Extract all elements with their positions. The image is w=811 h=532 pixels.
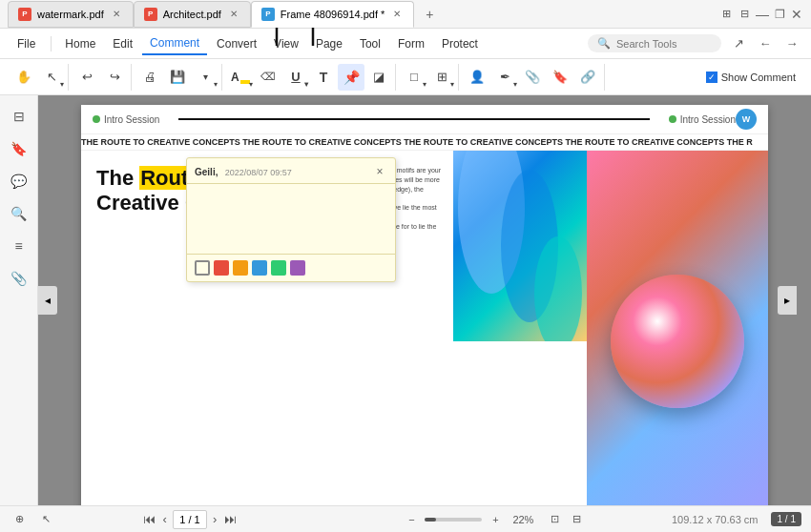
close-button[interactable]: ✕ (790, 8, 803, 21)
scrolling-banner: THE ROUTE TO CREATIVE CONCEPTS THE ROUTE… (81, 134, 768, 151)
attach-button[interactable]: 📎 (519, 64, 546, 91)
show-comment-button[interactable]: ✓ Show Comment (698, 68, 803, 87)
sign-tool-button[interactable]: ✒ (491, 64, 518, 91)
stamp-button[interactable]: ◪ (365, 64, 392, 91)
title-the: The (96, 166, 139, 190)
bookmark-button[interactable]: 🔖 (547, 64, 573, 91)
view-mode-buttons: ⊡ ⊟ (545, 510, 586, 529)
print-button[interactable]: 🖨 (136, 64, 163, 91)
sidebar-search[interactable]: 🔍 (6, 200, 32, 227)
sticky-note-button[interactable]: 📌 (338, 64, 364, 91)
text-tool-button[interactable]: T (310, 64, 337, 91)
tab-label-watermark: watermark.pdf (37, 9, 104, 20)
last-page-button[interactable]: ⏭ (222, 512, 239, 526)
fit-page-button[interactable]: ⊡ (545, 510, 564, 529)
minimize-button[interactable]: — (756, 8, 769, 21)
menu-convert[interactable]: Convert (209, 33, 264, 54)
gradient-sphere-image (587, 151, 768, 505)
prev-page-button[interactable]: ‹ (161, 512, 169, 526)
badge-dot-left (93, 115, 100, 123)
tab-architect[interactable]: P Architect.pdf ✕ (134, 1, 251, 28)
tab-close-frame[interactable]: ✕ (390, 8, 404, 21)
tab-close-watermark[interactable]: ✕ (110, 8, 123, 21)
cursor-tool-bottom[interactable]: ⊕ (10, 510, 29, 529)
pdf-viewer[interactable]: ◂ Intro Session Intro Session W THE ROUT… (38, 95, 811, 505)
scroll-left-button[interactable]: ◂ (38, 286, 57, 315)
share-button[interactable]: ↗ (727, 32, 750, 55)
scroll-right-button[interactable]: ▸ (778, 286, 797, 315)
menu-protect[interactable]: Protect (434, 33, 486, 54)
comment-close-button[interactable]: × (372, 164, 387, 179)
search-input[interactable] (616, 38, 712, 50)
menu-home[interactable]: Home (57, 33, 103, 54)
window-extra-2[interactable]: ⊟ (738, 8, 752, 20)
color-red[interactable] (214, 260, 229, 276)
page-input[interactable] (173, 510, 207, 529)
right-session-badge: Intro Session (669, 114, 736, 125)
menu-form[interactable]: Form (390, 33, 432, 54)
scrolling-text-content: THE ROUTE TO CREATIVE CONCEPTS THE ROUTE… (81, 137, 753, 147)
color-yellow[interactable] (195, 260, 210, 276)
menu-view[interactable]: View (266, 33, 306, 54)
tab-list: P watermark.pdf ✕ P Architect.pdf ✕ P Fr… (8, 1, 719, 28)
hand-tool-button[interactable]: ✋ (10, 64, 37, 91)
zoom-slider[interactable] (425, 518, 482, 522)
search-bar[interactable]: 🔍 (588, 34, 721, 52)
arrow-tool-bottom[interactable]: ↖ (36, 510, 55, 529)
color-orange[interactable] (233, 260, 248, 276)
menu-comment[interactable]: Comment (142, 32, 207, 55)
zoom-out-button[interactable]: − (402, 510, 421, 529)
color-green[interactable] (271, 260, 286, 276)
pdf-page: Intro Session Intro Session W THE ROUTE … (81, 105, 768, 505)
tab-close-architect[interactable]: ✕ (227, 8, 240, 21)
tab-frame[interactable]: P Frame 48096914.pdf * ✕ (251, 1, 414, 28)
select-tool-button[interactable]: ↖ (38, 64, 65, 91)
menu-tool[interactable]: Tool (352, 33, 388, 54)
menu-page[interactable]: Page (308, 33, 350, 54)
highlight-tool-button[interactable]: A (227, 64, 254, 91)
person-tool-button[interactable]: 👤 (464, 64, 490, 91)
page-navigation: ⏮ ‹ › ⏭ (141, 510, 239, 529)
color-purple[interactable] (290, 260, 305, 276)
window-extra-1[interactable]: ⊞ (719, 8, 734, 20)
menu-edit[interactable]: Edit (105, 33, 140, 54)
link-button[interactable]: 🔗 (574, 64, 601, 91)
tool-group-shapes: □ ⊞ (398, 64, 459, 91)
tool-group-history: ↩ ↪ (71, 64, 132, 91)
comment-textarea[interactable] (187, 184, 395, 251)
sidebar-thumbnails[interactable]: ⊟ (6, 103, 32, 130)
tab-watermark[interactable]: P watermark.pdf ✕ (8, 1, 134, 28)
more-button[interactable]: ▾ (192, 64, 218, 91)
menu-bar: File Home Edit Comment Convert View Page… (0, 29, 811, 59)
clear-tool-button[interactable]: ⌫ (255, 64, 281, 91)
show-comment-checkbox[interactable]: ✓ (706, 72, 717, 83)
forward-button[interactable]: → (780, 32, 803, 55)
file-menu[interactable]: File (8, 33, 45, 54)
zoom-in-button[interactable]: + (486, 510, 505, 529)
redo-button[interactable]: ↪ (101, 64, 128, 91)
measure-tool-button[interactable]: ⊞ (428, 64, 455, 91)
next-page-button[interactable]: › (211, 512, 218, 526)
save-button[interactable]: 💾 (164, 64, 191, 91)
tab-icon-frame: P (261, 8, 275, 21)
fit-width-button[interactable]: ⊟ (567, 510, 586, 529)
main-content: ⊟ 🔖 💬 🔍 ≡ 📎 ◂ Intro Session Intro Sessio… (0, 95, 811, 505)
zoom-control: − + 22% (402, 510, 533, 529)
color-blue[interactable] (252, 260, 267, 276)
sidebar-layers[interactable]: ≡ (6, 233, 32, 259)
shape-tool-button[interactable]: □ (401, 64, 427, 91)
restore-button[interactable]: ❐ (773, 8, 786, 21)
new-tab-button[interactable]: + (418, 3, 441, 26)
back-button[interactable]: ← (754, 32, 777, 55)
underline-tool-button[interactable]: U (282, 64, 309, 91)
tab-label-architect: Architect.pdf (163, 9, 221, 20)
undo-button[interactable]: ↩ (73, 64, 100, 91)
sidebar-attachments[interactable]: 📎 (6, 265, 32, 292)
sidebar-comments[interactable]: 💬 (6, 168, 32, 194)
left-session-label: Intro Session (104, 114, 159, 125)
comment-author: Geili, (195, 167, 218, 177)
sidebar-bookmarks[interactable]: 🔖 (6, 135, 32, 162)
first-page-button[interactable]: ⏮ (141, 512, 157, 526)
window-controls: ⊞ ⊟ — ❐ ✕ (719, 8, 803, 21)
tool-group-file: 🖨 💾 ▾ (134, 64, 222, 91)
